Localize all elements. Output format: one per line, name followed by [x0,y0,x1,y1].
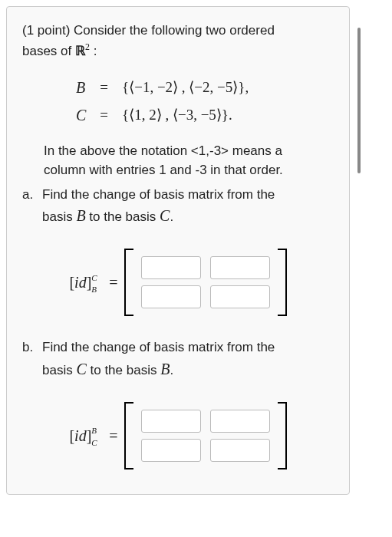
matrix-b [124,402,287,469]
matrix-a-cell-21[interactable] [141,285,201,308]
matrix-left-bracket-b [124,402,137,469]
basis-C-set: {⟨1, 2⟩ , ⟨−3, −5⟩}. [116,102,255,129]
sub-b: C [91,437,97,450]
part-b: b. Find the change of basis matrix from … [22,338,334,381]
bases-definition: B = {⟨−1, −2⟩ , ⟨−2, −5⟩}, C = {⟨1, 2⟩ ,… [22,73,334,130]
part-a-l2-pre: basis [42,209,76,224]
rbrkt2: ] [87,427,92,444]
part-b-l2-pre: basis [42,363,76,377]
intro-text: (1 point) Consider the following two ord… [22,21,334,61]
matrix-b-cell-22[interactable] [210,439,270,462]
matrix-a [124,249,287,316]
matrix-b-row: [id]BC = [22,402,334,469]
sup-a: C [91,272,97,285]
eq-a: = [109,274,117,291]
points: (1 point) [22,23,74,38]
intro-l2-prefix: bases of [22,43,75,58]
colon: : [90,43,97,58]
rbrkt: ] [87,274,92,291]
intro-l1: Consider the following two ordered [74,23,275,38]
basis-C-name: C [76,107,86,124]
part-b-to: B [160,361,170,377]
part-a-l2-mid: to the basis [86,209,160,224]
note-l1: In the above the notation <1,-3> means a [44,143,282,158]
part-b-from: C [76,361,86,377]
part-a-to: C [160,207,170,224]
matrix-a-row: [id]CB = [22,249,334,316]
part-b-l2-end: . [170,363,173,377]
matrix-b-cell-12[interactable] [210,410,270,433]
part-b-l2-mid: to the basis [87,363,160,377]
scrollbar-hint [357,28,361,173]
part-b-text-l1: Find the change of basis matrix from the [42,340,275,354]
sup-b: B [91,424,97,437]
matrix-b-cell-11[interactable] [141,410,201,433]
eq-b2: = [109,427,117,444]
id-text: id [74,274,87,291]
part-a-text-l1: Find the change of basis matrix from the [42,187,275,202]
matrix-left-bracket [124,249,137,316]
basis-B-set: {⟨−1, −2⟩ , ⟨−2, −5⟩}, [116,74,255,101]
sub-a: B [91,283,97,296]
matrix-a-cell-11[interactable] [141,256,201,279]
part-a-from: B [76,207,85,224]
id-text2: id [74,427,87,444]
matrix-a-cell-12[interactable] [210,256,270,279]
notation-note: In the above the notation <1,-3> means a… [44,141,334,180]
part-b-label: b. [22,338,42,381]
eq-c: = [94,102,114,129]
part-a-label: a. [22,185,42,228]
matrix-right-bracket [275,249,287,316]
matrix-b-label: [id]BC = [69,424,117,447]
part-a-l2-end: . [170,209,173,224]
eq-b: = [94,74,114,101]
real-symbol: ℝ [75,43,85,58]
matrix-a-label: [id]CB = [69,271,117,294]
matrix-right-bracket-b [275,402,287,469]
basis-B-name: B [76,79,85,96]
matrix-b-cell-21[interactable] [141,439,201,462]
part-a: a. Find the change of basis matrix from … [22,185,334,228]
matrix-a-cell-22[interactable] [210,285,270,308]
note-l2: column with entries 1 and -3 in that ord… [44,163,283,177]
problem-container: (1 point) Consider the following two ord… [6,6,350,495]
